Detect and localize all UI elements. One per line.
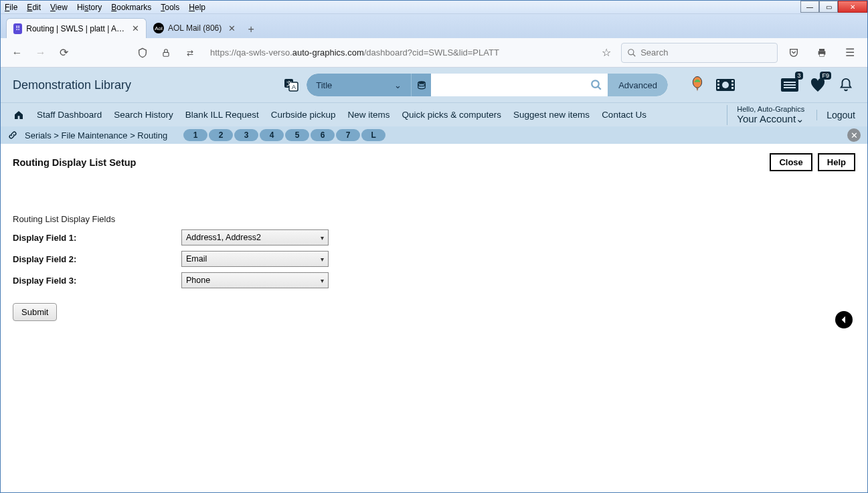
- display-field-1-select[interactable]: Address1, Address2 ▾: [181, 229, 329, 245]
- menu-tools[interactable]: Tools: [161, 3, 179, 12]
- bookmark-star-icon[interactable]: ☆: [598, 43, 614, 62]
- field-label: Display Field 3:: [13, 276, 181, 286]
- favicon-icon: Aol: [153, 23, 164, 33]
- pocket-icon[interactable]: [784, 43, 803, 62]
- step-pill[interactable]: 3: [234, 129, 258, 141]
- language-icon[interactable]: 文A: [282, 76, 300, 94]
- browser-menubar: File Edit View History Bookmarks Tools H…: [1, 1, 867, 14]
- new-tab-button[interactable]: +: [242, 21, 260, 38]
- field-label: Display Field 2:: [13, 254, 181, 264]
- browser-tab-active[interactable]: ⠿ Routing | SWLS | platt | Auto-Gr... ✕: [6, 18, 147, 38]
- chevron-down-icon: ▾: [321, 234, 324, 241]
- svg-rect-3: [819, 49, 824, 51]
- menu-view[interactable]: View: [50, 3, 68, 12]
- lists-badge: 3: [795, 72, 803, 80]
- browser-tabbar: ⠿ Routing | SWLS | platt | Auto-Gr... ✕ …: [1, 14, 867, 38]
- url-bar[interactable]: https://qa-swls-verso.auto-graphics.com/…: [205, 43, 591, 63]
- breadcrumb-row: Serials > File Maintenance > Routing 1 2…: [1, 126, 867, 144]
- film-icon[interactable]: [716, 76, 735, 94]
- browser-toolbar: ← → ⟳ ⇄ https://qa-swls-verso.auto-graph…: [1, 38, 867, 68]
- home-icon[interactable]: [13, 110, 25, 120]
- nav-staff-dashboard[interactable]: Staff Dashboard: [37, 110, 102, 120]
- permissions-icon[interactable]: ⇄: [181, 43, 198, 62]
- favicon-icon: ⠿: [13, 23, 22, 34]
- browser-search[interactable]: Search: [621, 43, 778, 63]
- menu-help[interactable]: Help: [189, 3, 205, 12]
- svg-rect-0: [163, 52, 169, 56]
- page-content: Routing Display List Setup Close Help Ro…: [1, 144, 867, 330]
- logout-link[interactable]: Logout: [816, 110, 855, 120]
- back-button[interactable]: ←: [9, 43, 25, 62]
- print-icon[interactable]: [812, 43, 831, 62]
- window-close[interactable]: ✕: [838, 1, 867, 13]
- balloon-icon[interactable]: [688, 76, 707, 94]
- tab-close-icon[interactable]: ✕: [132, 23, 139, 33]
- search-icon: [627, 48, 636, 58]
- step-pill[interactable]: 5: [285, 129, 309, 141]
- search-placeholder: Search: [640, 47, 668, 58]
- chevron-down-icon: ⌄: [394, 80, 402, 90]
- menu-file[interactable]: File: [5, 3, 17, 12]
- nav-search-history[interactable]: Search History: [114, 110, 173, 120]
- advanced-search-button[interactable]: Advanced: [608, 74, 668, 96]
- step-pill[interactable]: 6: [311, 129, 335, 141]
- menu-edit[interactable]: Edit: [27, 3, 41, 12]
- help-button[interactable]: Help: [818, 153, 855, 171]
- catalog-search-button[interactable]: [585, 74, 608, 96]
- breadcrumb[interactable]: Serials > File Maintenance > Routing: [25, 130, 167, 140]
- nav-new-items[interactable]: New items: [348, 110, 390, 120]
- svg-point-10: [418, 81, 425, 84]
- menu-bookmarks[interactable]: Bookmarks: [111, 3, 151, 12]
- step-pill[interactable]: 2: [209, 129, 233, 141]
- display-field-3-select[interactable]: Phone ▾: [181, 272, 329, 288]
- svg-rect-5: [820, 54, 824, 56]
- step-pill[interactable]: L: [361, 129, 385, 141]
- catalog-search-input[interactable]: [431, 74, 585, 96]
- nav-contact[interactable]: Contact Us: [602, 110, 646, 120]
- svg-point-22: [722, 82, 729, 88]
- svg-rect-19: [731, 80, 733, 82]
- database-icon[interactable]: [411, 74, 431, 96]
- svg-text:A: A: [292, 84, 296, 90]
- svg-point-11: [418, 84, 425, 86]
- favorites-badge: F9: [820, 72, 831, 80]
- url-prefix: https://qa-swls-verso.: [210, 47, 292, 58]
- svg-rect-17: [717, 84, 719, 86]
- submit-button[interactable]: Submit: [13, 303, 57, 321]
- nav-suggest[interactable]: Suggest new items: [513, 110, 590, 120]
- svg-point-1: [628, 49, 634, 54]
- hamburger-menu-icon[interactable]: ☰: [841, 43, 859, 62]
- menu-history[interactable]: History: [77, 3, 102, 12]
- svg-line-13: [598, 86, 601, 90]
- step-pill[interactable]: 1: [183, 129, 207, 141]
- back-circle-button[interactable]: [835, 311, 853, 328]
- reload-button[interactable]: ⟳: [56, 43, 72, 62]
- favorites-icon[interactable]: F9: [808, 76, 827, 94]
- nav-curbside[interactable]: Curbside pickup: [271, 110, 336, 120]
- nav-quick-picks[interactable]: Quick picks & computers: [402, 110, 502, 120]
- forward-button[interactable]: →: [32, 43, 49, 62]
- select-value: Phone: [186, 276, 210, 285]
- lock-icon[interactable]: [158, 43, 175, 62]
- display-field-2-select[interactable]: Email ▾: [181, 251, 329, 267]
- svg-point-14: [693, 77, 701, 88]
- svg-rect-21: [731, 87, 733, 89]
- search-type-dropdown[interactable]: Title ⌄: [307, 74, 411, 96]
- svg-rect-20: [731, 84, 733, 86]
- window-maximize[interactable]: ▭: [819, 1, 838, 13]
- window-minimize[interactable]: —: [800, 1, 819, 13]
- svg-rect-16: [717, 80, 719, 82]
- bell-icon[interactable]: [837, 76, 855, 94]
- tab-close-icon[interactable]: ✕: [228, 23, 236, 33]
- close-icon[interactable]: ✕: [847, 128, 861, 142]
- greeting: Hello, Auto-Graphics: [737, 105, 804, 113]
- step-pill[interactable]: 7: [336, 129, 360, 141]
- select-value: Email: [186, 254, 207, 264]
- close-button[interactable]: Close: [770, 153, 812, 171]
- step-pill[interactable]: 4: [260, 129, 284, 141]
- shield-icon[interactable]: [134, 43, 151, 62]
- account-menu[interactable]: Hello, Auto-Graphics Your Account⌄: [727, 105, 804, 125]
- nav-blank-ill[interactable]: Blank ILL Request: [185, 110, 259, 120]
- lists-icon[interactable]: 3: [780, 76, 799, 94]
- browser-tab-inactive[interactable]: Aol AOL Mail (806) ✕: [147, 18, 242, 38]
